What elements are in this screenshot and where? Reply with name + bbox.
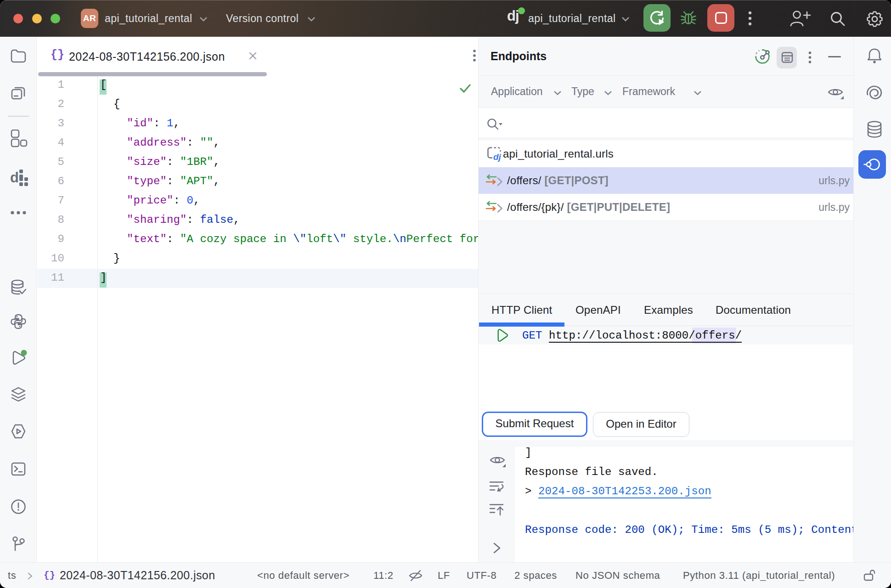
svg-text:dj: dj — [493, 152, 502, 162]
